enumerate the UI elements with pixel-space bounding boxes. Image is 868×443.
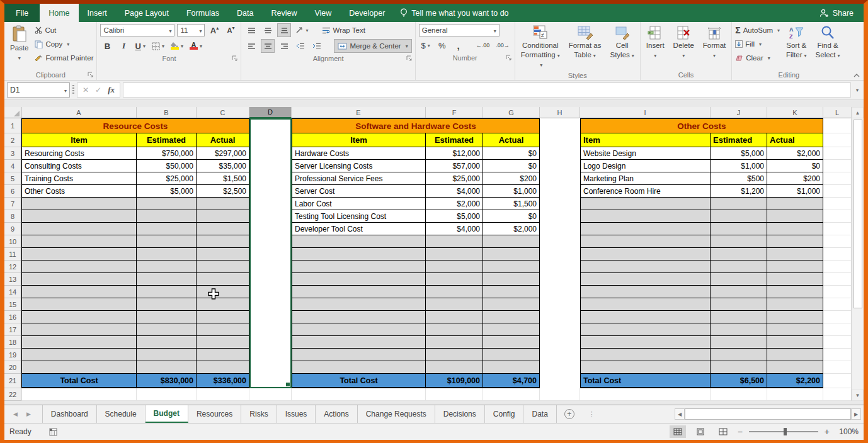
row-header-17[interactable]: 17 <box>4 323 21 336</box>
cell-C15[interactable] <box>197 298 249 311</box>
cell-B15[interactable] <box>137 298 197 311</box>
sheet-nav-left-icon[interactable]: ◀ <box>13 411 18 417</box>
cell-K15[interactable] <box>767 298 823 311</box>
cell-C19[interactable] <box>197 349 249 361</box>
cell-L20[interactable] <box>823 361 852 374</box>
alignment-dialog-launcher-icon[interactable] <box>406 55 413 62</box>
formula-bar-expand-caret[interactable] <box>854 87 861 93</box>
cell-F7[interactable]: $2,000 <box>426 198 483 210</box>
cell-I16[interactable] <box>580 311 711 323</box>
cell-H18[interactable] <box>540 336 580 349</box>
row-header-19[interactable]: 19 <box>4 349 21 361</box>
cell-J5[interactable]: $500 <box>711 172 767 185</box>
cell-D11[interactable] <box>249 248 292 261</box>
column-header-K[interactable]: K <box>767 107 823 118</box>
cell-L6[interactable] <box>823 185 852 198</box>
cell-G12[interactable] <box>483 261 540 273</box>
cell-I21[interactable]: Total Cost <box>580 374 711 388</box>
cell-K3[interactable]: $2,000 <box>767 147 823 160</box>
cell-I13[interactable] <box>580 273 711 286</box>
cell-D7[interactable] <box>249 198 292 210</box>
zoom-slider-thumb[interactable] <box>784 428 787 435</box>
cell-F8[interactable]: $5,000 <box>426 210 483 223</box>
comma-style-button[interactable]: , <box>452 38 465 52</box>
fill-button[interactable]: Fill <box>734 37 781 51</box>
cell-F4[interactable]: $57,000 <box>426 160 483 172</box>
cell-E4[interactable]: Server Licensing Costs <box>292 160 426 172</box>
cell-L21[interactable] <box>823 374 852 388</box>
cell-D10[interactable] <box>249 235 292 248</box>
name-box[interactable]: D1 <box>7 82 70 98</box>
cell-D19[interactable] <box>249 349 292 361</box>
cell-E3[interactable]: Hardware Costs <box>292 147 426 160</box>
horizontal-scroll-thumb[interactable] <box>685 408 851 420</box>
cell-A16[interactable] <box>21 311 137 323</box>
cell-H10[interactable] <box>540 235 580 248</box>
row-header-8[interactable]: 8 <box>4 210 21 223</box>
cell-D4[interactable] <box>249 160 292 172</box>
cell-K17[interactable] <box>767 323 823 336</box>
cell-G21[interactable]: $4,700 <box>483 374 540 388</box>
cell-B14[interactable] <box>137 286 197 298</box>
column-header-F[interactable]: F <box>426 107 483 118</box>
cell-L19[interactable] <box>823 349 852 361</box>
cell-J13[interactable] <box>711 273 767 286</box>
cell-B17[interactable] <box>137 323 197 336</box>
cell-G5[interactable]: $200 <box>483 172 540 185</box>
row-header-20[interactable]: 20 <box>4 361 21 374</box>
font-color-button[interactable]: A <box>188 39 204 53</box>
cell-D13[interactable] <box>249 273 292 286</box>
cell-I5[interactable]: Marketing Plan <box>580 172 711 185</box>
column-header-B[interactable]: B <box>137 107 197 118</box>
cell-styles-button[interactable]: Cell Styles <box>606 23 637 62</box>
cell-A12[interactable] <box>21 261 137 273</box>
cell-H6[interactable] <box>540 185 580 198</box>
cell-C20[interactable] <box>197 361 249 374</box>
align-bottom-button[interactable] <box>277 23 291 37</box>
wrap-text-button[interactable]: Wrap Text <box>321 23 367 37</box>
bold-button[interactable]: B <box>100 39 114 53</box>
cell-L5[interactable] <box>823 172 852 185</box>
format-painter-button[interactable]: Format Painter <box>33 51 94 65</box>
orientation-button[interactable] <box>294 23 310 37</box>
cell-D9[interactable] <box>249 223 292 235</box>
cell-G18[interactable] <box>483 336 540 349</box>
cell-K20[interactable] <box>767 361 823 374</box>
cell-E22[interactable] <box>292 388 426 401</box>
accounting-format-button[interactable]: $ <box>419 38 433 52</box>
cell-F12[interactable] <box>426 261 483 273</box>
cell-K2[interactable]: Actual <box>767 133 823 147</box>
cell-F20[interactable] <box>426 361 483 374</box>
cell-L4[interactable] <box>823 160 852 172</box>
cell-L17[interactable] <box>823 323 852 336</box>
cell-E14[interactable] <box>292 286 426 298</box>
cell-L14[interactable] <box>823 286 852 298</box>
cell-I18[interactable] <box>580 336 711 349</box>
cell-D14[interactable] <box>249 286 292 298</box>
cell-J19[interactable] <box>711 349 767 361</box>
ribbon-tab-formulas[interactable]: Formulas <box>178 4 228 22</box>
cell-G17[interactable] <box>483 323 540 336</box>
align-center-button[interactable] <box>261 39 275 53</box>
cell-B22[interactable] <box>137 388 197 401</box>
cell-D2[interactable] <box>249 133 292 147</box>
cell-E11[interactable] <box>292 248 426 261</box>
cell-F15[interactable] <box>426 298 483 311</box>
cell-E13[interactable] <box>292 273 426 286</box>
zoom-in-button[interactable]: + <box>825 427 830 437</box>
cell-J11[interactable] <box>711 248 767 261</box>
cell-D17[interactable] <box>249 323 292 336</box>
sheet-tab-resources[interactable]: Resources <box>188 405 241 423</box>
cell-C3[interactable]: $297,000 <box>197 147 249 160</box>
ribbon-tab-developer[interactable]: Developer <box>340 4 394 22</box>
cell-K8[interactable] <box>767 210 823 223</box>
cell-G4[interactable]: $0 <box>483 160 540 172</box>
page-break-view-button[interactable] <box>715 425 731 438</box>
cell-J12[interactable] <box>711 261 767 273</box>
cell-H16[interactable] <box>540 311 580 323</box>
cell-J7[interactable] <box>711 198 767 210</box>
row-header-6[interactable]: 6 <box>4 185 21 198</box>
sheet-nav-right-icon[interactable]: ▶ <box>26 411 31 417</box>
cell-I19[interactable] <box>580 349 711 361</box>
cell-C16[interactable] <box>197 311 249 323</box>
